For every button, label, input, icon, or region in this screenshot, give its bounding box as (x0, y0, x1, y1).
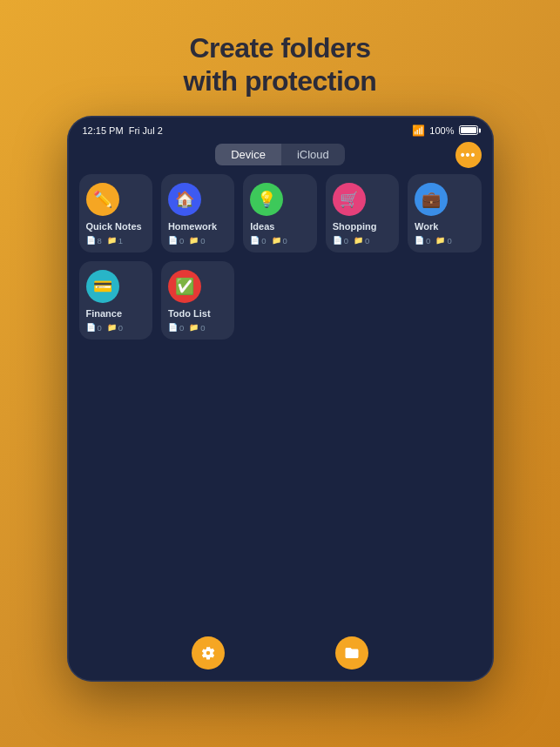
status-bar: 12:15 PM Fri Jul 2 📶 100% (67, 116, 494, 140)
tab-bar[interactable]: Device iCloud (215, 144, 345, 165)
tab-icloud[interactable]: iCloud (281, 144, 345, 165)
title-line2: with protection (184, 65, 377, 97)
folder-meta-work: 📄0 📁0 (415, 236, 452, 246)
folder-meta-quicknotes: 📄 8 📁 1 (86, 236, 124, 246)
notes-count-quicknotes: 📄 8 (86, 236, 102, 246)
subfolder-icon: 📁 (107, 236, 117, 245)
more-button[interactable]: ••• (455, 142, 482, 168)
title-line1: Create folders (189, 32, 370, 64)
folder-name-finance: Finance (86, 308, 123, 319)
folders-grid: ✏️ Quick Notes 📄 8 📁 1 🏠 Homework 📄0 📁0 (67, 174, 494, 348)
folder-meta-todolist: 📄0 📁0 (168, 323, 206, 333)
wifi-icon: 📶 (412, 124, 425, 137)
folder-icon-homework: 🏠 (168, 183, 201, 216)
folder-card-finance[interactable]: 💳 Finance 📄0 📁0 (79, 261, 152, 340)
battery-percent: 100% (429, 125, 454, 136)
page-title: Create folders with protection (184, 31, 377, 98)
folder-icon-quicknotes: ✏️ (86, 183, 119, 216)
folder-name-homework: Homework (168, 221, 217, 232)
settings-icon (200, 645, 216, 661)
folder-card-work[interactable]: 💼 Work 📄0 📁0 (408, 174, 481, 252)
folder-name-shopping: Shopping (333, 221, 377, 232)
folder-meta-shopping: 📄0 📁0 (333, 236, 370, 246)
folder-meta-homework: 📄0 📁0 (168, 236, 206, 246)
folder-name-work: Work (415, 221, 438, 232)
folder-meta-ideas: 📄0 📁0 (250, 236, 287, 246)
folder-card-todolist[interactable]: ✅ Todo List 📄0 📁0 (161, 261, 234, 340)
folder-icon-finance: 💳 (86, 270, 119, 303)
folder-icon-shopping: 🛒 (333, 183, 366, 216)
tablet-frame: 12:15 PM Fri Jul 2 📶 100% Device iCloud … (67, 116, 494, 682)
folders-count-quicknotes: 📁 1 (107, 236, 123, 246)
folder-icon-work: 💼 (415, 183, 448, 216)
tab-device[interactable]: Device (215, 144, 281, 165)
new-folder-icon (344, 645, 360, 661)
folder-card-shopping[interactable]: 🛒 Shopping 📄0 📁0 (326, 174, 399, 252)
settings-button[interactable] (192, 636, 225, 670)
folder-icon-todolist: ✅ (168, 270, 201, 303)
bottom-toolbar (67, 636, 494, 670)
status-time: 12:15 PM Fri Jul 2 (83, 125, 163, 136)
folder-card-ideas[interactable]: 💡 Ideas 📄0 📁0 (243, 174, 316, 252)
folder-meta-finance: 📄0 📁0 (86, 323, 124, 333)
folder-name-todolist: Todo List (168, 308, 211, 319)
notes-icon: 📄 (86, 236, 96, 245)
status-right: 📶 100% (412, 124, 477, 137)
folder-name-ideas: Ideas (250, 221, 274, 232)
folder-card-homework[interactable]: 🏠 Homework 📄0 📁0 (161, 174, 234, 252)
folder-card-quicknotes[interactable]: ✏️ Quick Notes 📄 8 📁 1 (79, 174, 152, 252)
folder-icon-ideas: 💡 (250, 183, 283, 216)
battery-icon (459, 125, 478, 135)
folder-name-quicknotes: Quick Notes (86, 221, 142, 232)
new-folder-button[interactable] (335, 636, 368, 670)
